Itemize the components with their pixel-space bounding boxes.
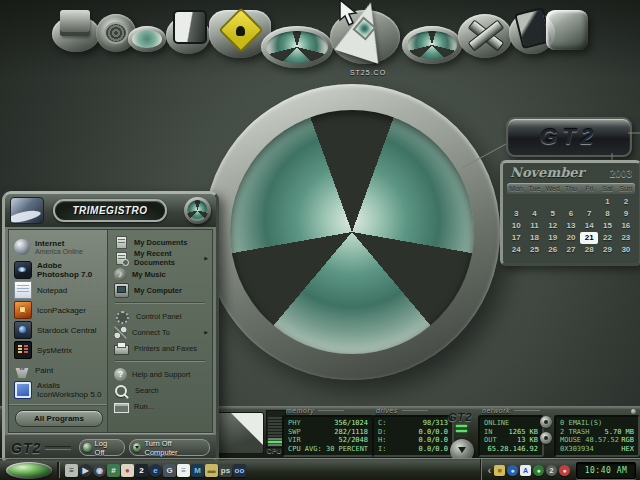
calendar-day: 26 — [544, 244, 562, 256]
stats-icon[interactable]: ps — [219, 464, 232, 477]
a-app-tray-icon[interactable]: A — [520, 465, 531, 476]
item-label: Help and Support — [132, 370, 190, 379]
swirl-tray-icon[interactable]: 2 — [546, 465, 557, 476]
log-off-icon — [83, 443, 91, 452]
lcd-label: OUT — [484, 436, 497, 444]
lcd-value: 52/2048 — [338, 436, 368, 444]
two-icon[interactable]: 2 — [135, 464, 148, 477]
calendar-day — [507, 196, 525, 208]
msn-icon[interactable]: e — [149, 464, 162, 477]
drive-bay-icon — [216, 412, 264, 454]
gt2-teal-disc-icon-2[interactable] — [402, 26, 462, 64]
item-label: My Documents — [134, 238, 187, 247]
calendar-day — [562, 196, 580, 208]
turn-off-button[interactable]: Turn Off Computer — [129, 439, 210, 456]
messenger-tray-icon[interactable]: ■ — [494, 465, 505, 476]
calendar-day: 15 — [598, 220, 616, 232]
calendar-day: 21 — [580, 232, 598, 244]
scissors-disc-icon[interactable] — [458, 14, 512, 58]
item-label: Printers and Faxes — [134, 344, 197, 353]
lcd-row: PHY356/1024 — [288, 419, 368, 427]
start-menu-item-adobe-photoshop-7-0[interactable]: Adobe Photoshop 7.0 — [9, 260, 107, 280]
start-menu-item-search[interactable]: Search — [108, 382, 212, 398]
start-menu-item-paint[interactable]: Paint — [9, 360, 107, 380]
start-menu-footer: GT2 Log Off Turn Off Computer — [5, 435, 216, 460]
lcd-value: 0.0/0.0 — [418, 445, 448, 453]
calendar-day: 2 — [617, 196, 635, 208]
start-menu-item-my-documents[interactable]: My Documents — [108, 234, 212, 250]
start-menu-item-connect-to[interactable]: Connect To▶ — [108, 324, 212, 340]
start-menu-item-axialis-iconworkshop-5-0[interactable]: Axialis IconWorkshop 5.0 — [9, 380, 107, 400]
start-menu-item-run[interactable]: Run... — [108, 398, 212, 414]
status-leds — [456, 425, 467, 437]
day-header: Sun — [617, 183, 635, 194]
item-label: Connect To — [132, 328, 170, 337]
folder-icon[interactable]: ▬ — [205, 464, 218, 477]
gt2-teal-disc-icon[interactable] — [261, 26, 333, 68]
start-menu-item-stardock-central[interactable]: Stardock Central — [9, 320, 107, 340]
start-menu-item-my-recent-documents[interactable]: My Recent Documents▶ — [108, 250, 212, 266]
start-menu-item-sysmetrix[interactable]: SysMetrix — [9, 340, 107, 360]
volume-knob[interactable] — [450, 439, 474, 459]
mail-button[interactable] — [540, 416, 552, 428]
photoshop-icon[interactable]: # — [107, 464, 120, 477]
start-menu-item-iconpackager[interactable]: IconPackager — [9, 300, 107, 320]
log-off-label: Log Off — [95, 439, 118, 457]
item-text: Adobe Photoshop 7.0 — [37, 261, 105, 279]
typewriter-icon[interactable] — [52, 16, 100, 52]
log-off-button[interactable]: Log Off — [79, 439, 125, 456]
lcd-label: SWP — [288, 428, 301, 436]
clock-icon[interactable]: ◉ — [93, 464, 106, 477]
start-button[interactable] — [6, 462, 52, 479]
finder-folder-icon[interactable] — [166, 16, 210, 54]
calendar-day: 23 — [617, 232, 635, 244]
item-label: SysMetrix — [37, 346, 72, 355]
gt2-menu-orb-icon — [184, 197, 211, 224]
green-orb-tray-icon[interactable]: ● — [533, 465, 544, 476]
item-label: Control Panel — [136, 312, 181, 321]
all-programs-button[interactable]: All Programs — [15, 410, 103, 427]
start-menu-item-my-music[interactable]: My Music — [108, 266, 212, 282]
binoculars-icon[interactable]: oo — [233, 464, 246, 477]
network-section-title: network — [482, 407, 540, 414]
show-desktop-icon[interactable]: ≡ — [65, 464, 78, 477]
chart-icon[interactable]: M — [191, 464, 204, 477]
item-text: InternetAmerica Online — [35, 239, 83, 256]
computer-icon — [114, 283, 129, 298]
item-label: Search — [135, 386, 159, 395]
tri-pattern — [407, 31, 457, 59]
calendar-day: 9 — [617, 208, 635, 220]
start-menu-item-my-computer[interactable]: My Computer — [108, 282, 212, 298]
item-label: Paint — [35, 366, 53, 375]
item-label: Notepad — [37, 286, 67, 295]
start-menu-item-control-panel[interactable]: Control Panel — [108, 308, 212, 324]
gt2-small-disc-icon[interactable] — [128, 26, 166, 52]
lcd-label: ONLINE — [484, 419, 509, 427]
lcd-row: SWP282/1118 — [288, 428, 368, 436]
screw-detail — [631, 409, 636, 414]
start-menu-item-notepad[interactable]: Notepad — [9, 280, 107, 300]
lcd-value: 356/1024 — [334, 419, 368, 427]
media-player-icon[interactable]: ▶ — [79, 464, 92, 477]
start-menu-item-printers-and-faxes[interactable]: Printers and Faxes — [108, 340, 212, 356]
glass-cube-icon[interactable] — [546, 10, 588, 50]
paint-icon[interactable]: ● — [121, 464, 134, 477]
selected-icon-label: ST25.CO — [336, 69, 400, 76]
g-app-icon[interactable]: G — [163, 464, 176, 477]
day-header: Fri — [580, 183, 598, 194]
globe-tray-icon[interactable]: ● — [507, 465, 518, 476]
calendar-day: 7 — [580, 208, 598, 220]
start-menu-item-help-and-support[interactable]: Help and Support — [108, 366, 212, 382]
control-icon — [116, 311, 129, 324]
settings-button[interactable] — [540, 432, 552, 444]
docs-icon — [116, 236, 127, 249]
run-icon — [114, 403, 129, 413]
alert-tray-icon[interactable]: ● — [559, 465, 570, 476]
start-menu-item-internet[interactable]: InternetAmerica Online — [9, 234, 107, 260]
lcd-row: MOUSE 48.57.52RGB — [560, 436, 634, 444]
notepad-icon[interactable]: ≡ — [177, 464, 190, 477]
tray-clock[interactable]: 10:40 AM — [576, 462, 636, 479]
tray-expand-icon[interactable]: ‹ — [488, 465, 491, 476]
lcd-value: 282/1118 — [334, 428, 368, 436]
item-label: IconPackager — [37, 306, 86, 315]
